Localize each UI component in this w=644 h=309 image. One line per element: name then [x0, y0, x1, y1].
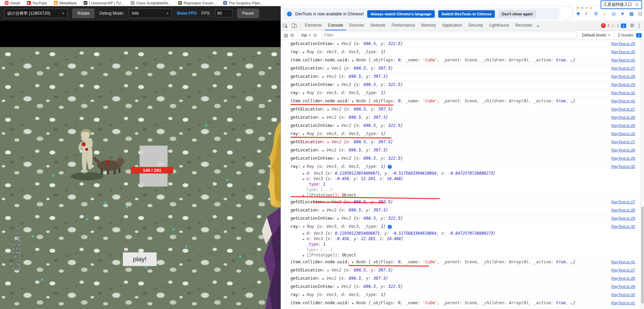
lock-icon[interactable]: ⊡ — [637, 10, 643, 17]
heart-icon[interactable]: ♥ — [619, 10, 626, 17]
source-link[interactable]: RayTest.ts:28 — [611, 275, 635, 282]
dont-show-again-button[interactable]: Don't show again — [498, 10, 536, 18]
scrollbar[interactable] — [640, 40, 644, 309]
expand-triangle-icon[interactable]: ▶ — [337, 40, 340, 48]
source-link[interactable]: RayTest.ts:32 — [611, 223, 635, 231]
expand-triangle-icon[interactable]: ▶ — [302, 48, 305, 56]
expand-triangle-icon[interactable]: ▼ — [302, 223, 305, 231]
source-link[interactable]: RayTest.ts:41 — [611, 97, 635, 105]
dark-mode-moon-icon[interactable]: ☾ — [584, 10, 590, 17]
tab-security[interactable]: Security — [465, 21, 486, 30]
source-link[interactable]: RayTest.ts:28 — [611, 146, 635, 154]
expand-triangle-icon[interactable]: ▶ — [351, 299, 355, 307]
expand-triangle-icon[interactable]: ▶ — [327, 65, 330, 72]
context-selector[interactable]: top ▼ — [301, 33, 311, 38]
source-link[interactable]: RayTest.ts:29 — [611, 81, 635, 89]
info-icon[interactable]: i — [388, 165, 392, 169]
source-link[interactable]: RayTest.ts:32 — [611, 163, 635, 171]
expand-triangle-icon[interactable]: ▶ — [302, 89, 305, 97]
console-log-row[interactable]: ray:▶Ray {o: Vec3, d: Vec3, _type: 1}Ray… — [281, 48, 641, 56]
expand-triangle-icon[interactable]: ▶ — [327, 267, 330, 274]
tab-application[interactable]: Application — [439, 21, 465, 30]
console-log-row[interactable]: getUILocation:▶Vec2 {x: 696.5, y: 397.5}… — [281, 307, 641, 309]
console-log-row[interactable]: ray:▼Ray {o: Vec3, d: Vec3, _type: 1}iRa… — [281, 163, 641, 171]
target-icon[interactable]: ◎ — [611, 10, 617, 17]
source-link[interactable]: RayTest.ts:41 — [611, 258, 635, 266]
wrench-icon[interactable]: ⚙ — [593, 10, 599, 17]
play-button[interactable]: play! — [123, 252, 157, 266]
bookmark-item[interactable]: CClass ScriptableRe... — [131, 1, 171, 5]
smiley-icon[interactable]: ☺ — [602, 10, 608, 17]
bookmark-item[interactable]: ◆MetaMask — [54, 1, 77, 5]
resolution-select[interactable]: 设计分辨率 (1280X720) ▼ — [4, 9, 68, 18]
console-child-row[interactable]: ▶o: Vec3 {x: -0.456, y: 12.183, z: 16.46… — [281, 236, 641, 241]
expand-triangle-icon[interactable]: ▶ — [302, 231, 305, 236]
source-link[interactable]: RayTest.ts:27 — [611, 105, 635, 113]
expand-triangle-icon[interactable]: ▶ — [302, 171, 305, 176]
profile-avatar[interactable] — [559, 6, 573, 20]
tab-sources[interactable]: Sources — [346, 21, 367, 30]
console-child-row[interactable]: ▶o: Vec3 {x: -0.456, y: 12.183, z: 16.46… — [281, 176, 641, 181]
console-child-row[interactable]: type: (...) — [281, 187, 641, 192]
tab-memory[interactable]: Memory — [418, 21, 439, 30]
expand-triangle-icon[interactable]: ▶ — [351, 57, 355, 64]
console-log-row[interactable]: item.collider.node.uuid:▶Node {_objFlags… — [281, 299, 641, 307]
source-link[interactable]: RayTest.ts:29 — [611, 283, 635, 291]
source-link[interactable]: RayTest.ts:32 — [611, 291, 635, 299]
log-level-selector[interactable]: Default levels ▼ — [582, 33, 611, 38]
console-log-row[interactable]: ray:▶Ray {o: Vec3, d: Vec3, _type: 1}Ray… — [281, 89, 641, 97]
expand-triangle-icon[interactable]: ▶ — [322, 275, 325, 282]
source-link[interactable]: RayTest.ts:27 — [611, 198, 635, 206]
source-link[interactable]: RayTest.ts:32 — [611, 130, 635, 138]
console-filter-input[interactable] — [322, 32, 577, 39]
tab-lighthouse[interactable]: Lighthouse — [486, 21, 512, 30]
debug-mode-select[interactable]: Info ▼ — [129, 9, 172, 18]
console-log-row[interactable]: getLocation:▶Vec2 {x: 696.5, y: 397.5}Ra… — [281, 146, 641, 154]
source-link[interactable]: RayTest.ts:29 — [611, 40, 635, 48]
info-icon[interactable]: i — [388, 225, 392, 229]
expand-triangle-icon[interactable]: ▶ — [337, 81, 340, 89]
console-log-row[interactable]: getLocationInView:▶Vec2 {x: 696.5, y: 32… — [281, 154, 641, 162]
move-tool-icon[interactable]: ✚ — [575, 10, 581, 17]
expand-triangle-icon[interactable]: ▶ — [337, 122, 340, 130]
tab-network[interactable]: Network — [367, 21, 388, 30]
console-child-row[interactable]: _type: 1 — [281, 181, 641, 187]
console-log-row[interactable]: getLocation:▶Vec2 {x: 696.5, y: 397.5}Ra… — [281, 275, 641, 282]
source-link[interactable]: RayTest.ts:27 — [611, 307, 635, 309]
console-log-row[interactable]: item.collider.node.uuid:▶Node {_objFlags… — [281, 56, 641, 64]
console-log-row[interactable]: getUILocation:▶Vec2 {x: 696.5, y: 397.5}… — [281, 105, 641, 113]
console-log-row[interactable]: getLocationInView:▶Vec2 {x: 696.5, y: 32… — [281, 81, 641, 89]
console-child-row[interactable]: ▶d: Vec3 {x: 0.11950123854696071, y: -0.… — [281, 231, 641, 236]
source-link[interactable]: RayTest.ts:29 — [611, 215, 635, 222]
expand-triangle-icon[interactable]: ▶ — [302, 176, 305, 181]
bookmark-item[interactable]: MGmail — [5, 1, 20, 5]
source-link[interactable]: RayTest.ts:29 — [611, 122, 635, 130]
scrollbar-thumb[interactable] — [641, 207, 644, 304]
console-log-row[interactable]: item.collider.node.uuid:▶Node {_objFlags… — [281, 258, 641, 266]
expand-triangle-icon[interactable]: ▶ — [327, 106, 330, 113]
inspect-element-icon[interactable] — [281, 23, 290, 28]
clear-console-icon[interactable]: ⊘ — [290, 32, 294, 38]
source-link[interactable]: RayTest.ts:27 — [611, 266, 635, 274]
console-child-row[interactable]: ▶[[Prototype]]: Object — [281, 252, 641, 258]
rotate-button[interactable]: Rotate — [72, 9, 95, 18]
tab-recorder[interactable]: Recorder — [512, 21, 535, 30]
console-child-row[interactable]: _type: 1 — [281, 241, 641, 247]
live-expression-eye-icon[interactable]: ⊙ — [313, 32, 317, 38]
bookmark-item[interactable]: ▶YouTube — [27, 1, 47, 5]
console-sidebar-icon[interactable]: ▤ — [284, 32, 288, 38]
issues-count-badge[interactable]: 2 — [636, 33, 642, 38]
bookmark-item[interactable]: GThe Graphics Pipe... — [223, 1, 263, 5]
source-link[interactable]: RayTest.ts:27 — [611, 64, 635, 72]
toolbox-shortcut-tooltip[interactable]: 工具箱快捷入口 ⊡ — [601, 0, 642, 9]
more-tabs-chevron[interactable]: » — [536, 23, 539, 28]
source-link[interactable]: RayTest.ts:41 — [611, 56, 635, 64]
expand-triangle-icon[interactable]: ▶ — [302, 236, 305, 241]
console-log-row[interactable]: getLocationInView:▶Vec2 {x: 696.5, y: 32… — [281, 283, 641, 291]
expand-triangle-icon[interactable]: ▶ — [337, 215, 340, 222]
tab-elements[interactable]: Elements — [302, 21, 325, 30]
console-log-row[interactable]: item.collider.node.uuid:▶Node {_objFlags… — [281, 97, 641, 105]
error-icon[interactable]: ✕ — [601, 23, 606, 28]
console-log-row[interactable]: getLocation:▶Vec2 {x: 696.5, y: 397.5}Ra… — [281, 114, 641, 121]
console-log-row[interactable]: getLocationInView:▶Vec2 {x: 696.5, y: 32… — [281, 122, 641, 130]
